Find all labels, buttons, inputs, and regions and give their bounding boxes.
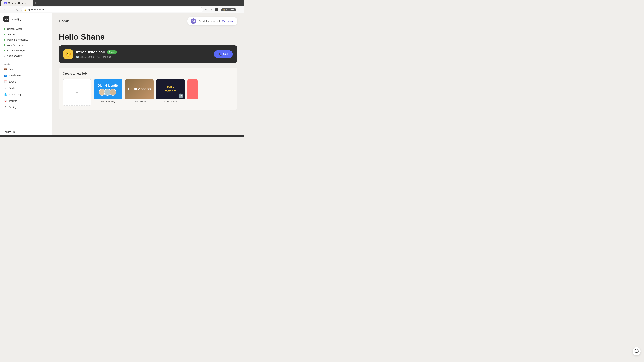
plus-icon: + [76,89,79,95]
org-info[interactable]: MM Moodjoy ▾ [3,16,25,22]
sidebar-scroll-area: Content WriterTeacherMarketing Associate… [0,25,52,129]
calm-access-label: Calm Access [125,99,154,104]
forward-button[interactable]: → [9,7,14,12]
sidebar-item-insights[interactable]: 📈Insights [2,98,50,104]
back-button[interactable]: ← [3,7,7,12]
sidebar-item-to-dos[interactable]: ☑To-dos [2,85,50,91]
globe-icon: 🌐 [4,93,7,96]
job-label: Marketing Associate [7,38,28,41]
incognito-label: Incognito [226,8,234,11]
sidebar-header: MM Moodjoy ▾ « [0,13,52,25]
calm-access-template[interactable]: Calm Access Calm Access [125,79,154,106]
settings-icon: ⚙ [4,106,7,109]
digital-identity-label: Digital Identity [94,99,122,104]
nav-item-label: Events [9,80,16,83]
intro-title: Introduction call Today [76,50,210,54]
sidebar-job-item[interactable]: Content Writer [2,26,50,32]
call-button[interactable]: 📞 Call [214,50,233,58]
sidebar-job-item[interactable]: Teacher [2,32,50,37]
tab-close-button[interactable]: ✕ [28,2,30,4]
url-text: app.homerun.co [28,8,44,11]
dark-matters-template[interactable]: DarkMatters 🤖 Dark Matters [156,79,185,106]
job-status-dot [4,50,5,51]
race-image [188,79,198,99]
reload-button[interactable]: ↻ [16,7,19,12]
company-dropdown-icon[interactable]: ▾ [12,63,14,65]
job-label: Visual Designer [7,54,24,57]
job-label: Content Writer [7,28,22,30]
create-job-title: Create a new job [63,72,87,75]
sidebar-job-item[interactable]: Marketing Associate [2,37,50,42]
sidebar-collapse-button[interactable]: « [47,17,48,21]
menu-icon[interactable]: ⋮ [239,8,242,11]
nav-item-label: Settings [9,106,18,109]
view-plans-link[interactable]: View plans [222,20,234,22]
sidebar-item-career-page[interactable]: 🌐Career page [2,91,50,98]
sidebar-job-item[interactable]: Visual Designer [2,53,50,58]
calm-access-image: Calm Access [125,79,154,99]
intro-avatar: 😊 [64,49,73,59]
greeting-heading: Hello Shane [59,32,238,41]
job-status-dot [4,28,5,30]
extensions-icon[interactable]: ⬛ [215,8,218,11]
briefcase-icon: 💼 [4,67,7,71]
lock-icon: 🔒 [24,8,27,11]
trending-up-icon: 📈 [4,99,7,103]
intro-type: 📞 Phone call [97,56,112,58]
bookmark-icon[interactable]: ☆ [205,8,208,11]
nav-item-label: Career page [9,93,22,96]
main-content: Home 14 Days left in your trial View pla… [52,13,244,135]
digital-identity-template[interactable]: Digital Identity Digital Identity [94,79,122,106]
users-icon: 👥 [4,74,7,77]
check-square-icon: ☑ [4,86,7,90]
sidebar-item-events[interactable]: 📅Events [2,79,50,85]
create-job-header: Create a new job ✕ [63,71,234,76]
trial-days-number: 14 [191,18,196,24]
nav-item-label: Insights [9,99,17,102]
di-faces [100,89,116,95]
trial-badge: 14 Days left in your trial View plans [187,17,238,25]
create-job-close-button[interactable]: ✕ [230,71,234,76]
create-job-section: Create a new job ✕ + Digital Identity [59,67,238,110]
clock-icon: 🕐 [76,56,79,58]
main-body: Hello Shane 😊 Introduction call Today 🕐 … [52,29,244,135]
incognito-badge: 🕵 Incognito [221,8,236,11]
job-status-dot [4,55,5,57]
page-title: Home [59,19,69,23]
address-bar[interactable]: 🔒 app.homerun.co [21,7,203,12]
status-url: https://app.homerun.co/settings [3,136,28,137]
job-list: Content WriterTeacherMarketing Associate… [0,26,52,58]
intro-info: Introduction call Today 🕐 23:45 - 00:00 … [76,50,210,58]
sidebar-item-candidates[interactable]: 👥Candidates [2,72,50,79]
create-blank-template[interactable]: + [63,79,91,106]
tab-favicon: M [4,2,7,4]
job-label: Teacher [7,33,16,36]
org-dropdown-icon[interactable]: ▾ [24,18,25,20]
org-name: Moodjoy [12,18,22,21]
dark-matters-label: Dark Matters [156,99,185,104]
company-section-label: Moodjoy ▾ [0,61,52,66]
dark-matters-image: DarkMatters 🤖 [156,79,185,99]
race-template[interactable] [188,79,198,106]
job-label: Account Manager [7,49,26,52]
main-header: Home 14 Days left in your trial View pla… [52,13,244,29]
download-icon[interactable]: ⬇ [210,8,212,11]
sidebar-item-jobs[interactable]: 💼Jobs [2,66,50,72]
nav-item-label: To-dos [9,87,16,89]
trial-text: Days left in your trial [198,20,220,22]
nav-item-label: Candidates [9,74,21,77]
sidebar-item-settings[interactable]: ⚙Settings [2,104,50,110]
phone-icon: 📞 [97,56,100,58]
nav-actions: ☆ ⬇ ⬛ 🕵 Incognito ⋮ [205,8,242,11]
org-avatar: MM [3,16,10,22]
sidebar-job-item[interactable]: Account Manager [2,48,50,53]
sidebar-job-item[interactable]: Web Developer [2,42,50,48]
call-button-icon: 📞 [218,53,222,56]
active-tab[interactable]: M Moodjoy - Homerun ✕ [1,0,33,6]
new-tab-button[interactable]: + [34,1,36,5]
homerun-logo: HOMERUN [3,131,49,133]
ca-card-title: Calm Access [128,87,151,91]
intro-time: 🕐 23:45 - 00:00 [76,56,94,58]
digital-identity-image: Digital Identity [94,79,122,99]
calendar-icon: 📅 [4,80,7,83]
